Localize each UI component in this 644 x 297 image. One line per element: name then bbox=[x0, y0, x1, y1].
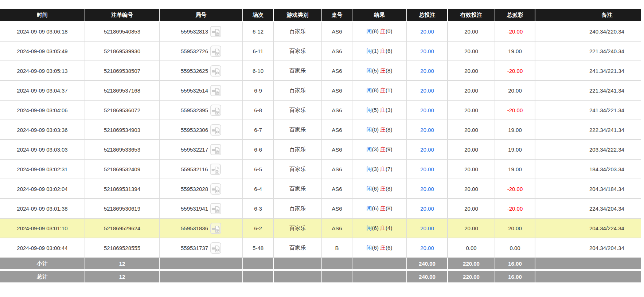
video-replay-button[interactable] bbox=[210, 242, 221, 254]
col-header-table-no: 桌号 bbox=[322, 9, 352, 22]
round-number: 559532217 bbox=[181, 146, 208, 153]
cell-session: 5-48 bbox=[243, 238, 273, 258]
banker-score: (8) bbox=[386, 185, 392, 192]
cell-result: 闲(8) 庄(1) bbox=[352, 81, 407, 100]
video-replay-button[interactable] bbox=[210, 26, 221, 37]
cell-session: 6-6 bbox=[243, 140, 273, 159]
cell-remark: 221.34/241.34 bbox=[535, 81, 641, 100]
cell-payout: 20.00 bbox=[495, 218, 535, 238]
cell-valid-bet: 20.00 bbox=[448, 218, 495, 238]
player-label: 闲 bbox=[367, 28, 372, 34]
records-table-viewport: 时间 注单编号 局号 场次 游戏类别 桌号 结果 总投注 有效投注 总派彩 备注… bbox=[0, 9, 641, 282]
cell-session: 6-12 bbox=[243, 22, 273, 41]
cell-time: 2024-09-09 03:02:31 bbox=[0, 159, 85, 179]
cell-session: 6-8 bbox=[243, 100, 273, 120]
video-replay-button[interactable] bbox=[210, 183, 221, 195]
video-replay-button[interactable] bbox=[210, 164, 221, 175]
total-empty-cell bbox=[535, 270, 641, 282]
banker-label: 庄 bbox=[380, 67, 386, 74]
cell-total-bet: 20.00 bbox=[407, 81, 448, 100]
round-number: 559532514 bbox=[181, 87, 208, 94]
cell-session: 6-7 bbox=[243, 120, 273, 140]
cell-bet-id: 521869532409 bbox=[85, 159, 159, 179]
cell-table-no: AS6 bbox=[322, 179, 352, 199]
cell-valid-bet: 20.00 bbox=[448, 100, 495, 120]
video-film-icon bbox=[212, 127, 220, 135]
cell-result: 闲(3) 庄(9) bbox=[352, 140, 407, 159]
col-header-game-type: 游戏类别 bbox=[273, 9, 322, 22]
subtotal-empty-cell bbox=[159, 258, 243, 270]
video-replay-button[interactable] bbox=[210, 85, 221, 96]
banker-score: (1) bbox=[386, 87, 392, 93]
player-score: (5) bbox=[372, 107, 379, 113]
table-row: 2024-09-09 03:03:03 521869533653 5595322… bbox=[0, 140, 641, 159]
banker-label: 庄 bbox=[380, 28, 386, 34]
player-score: (6) bbox=[372, 245, 379, 251]
banker-label: 庄 bbox=[380, 245, 386, 251]
cell-bet-id: 521869529624 bbox=[85, 218, 159, 238]
subtotal-payout: 16.00 bbox=[495, 258, 535, 270]
banker-label: 庄 bbox=[380, 107, 386, 113]
banker-label: 庄 bbox=[380, 87, 386, 93]
cell-payout: 20.00 bbox=[495, 81, 535, 100]
col-header-result: 结果 bbox=[352, 9, 407, 22]
cell-result: 闲(0) 庄(8) bbox=[352, 120, 407, 140]
col-header-round: 局号 bbox=[159, 9, 243, 22]
banker-label: 庄 bbox=[380, 166, 386, 172]
cell-bet-id: 521869540853 bbox=[85, 22, 159, 41]
player-label: 闲 bbox=[367, 225, 372, 231]
cell-session: 6-4 bbox=[243, 179, 273, 199]
player-score: (3) bbox=[372, 146, 379, 152]
cell-game-type: 百家乐 bbox=[273, 218, 322, 238]
subtotal-empty-cell bbox=[322, 258, 352, 270]
cell-table-no: AS6 bbox=[322, 218, 352, 238]
table-row: 2024-09-09 03:05:49 521869539930 5595327… bbox=[0, 41, 641, 61]
payout-value: -20.00 bbox=[507, 186, 523, 192]
player-label: 闲 bbox=[367, 67, 372, 74]
cell-game-type: 百家乐 bbox=[273, 199, 322, 218]
total-empty-cell bbox=[352, 270, 407, 282]
total-empty-cell bbox=[273, 270, 322, 282]
cell-table-no: AS6 bbox=[322, 120, 352, 140]
total-valid-bet: 220.00 bbox=[448, 270, 495, 282]
cell-session: 6-2 bbox=[243, 218, 273, 238]
table-header: 时间 注单编号 局号 场次 游戏类别 桌号 结果 总投注 有效投注 总派彩 备注 bbox=[0, 9, 641, 22]
video-replay-button[interactable] bbox=[210, 124, 221, 136]
cell-remark: 241.34/221.34 bbox=[535, 61, 641, 81]
video-replay-button[interactable] bbox=[210, 65, 221, 77]
subtotal-empty-cell bbox=[535, 258, 641, 270]
cell-session: 6-5 bbox=[243, 159, 273, 179]
video-replay-button[interactable] bbox=[210, 203, 221, 214]
video-film-icon bbox=[212, 186, 220, 194]
video-replay-button[interactable] bbox=[210, 223, 221, 234]
cell-round: 559532395 bbox=[159, 100, 243, 120]
cell-valid-bet: 20.00 bbox=[448, 199, 495, 218]
col-header-bet-id: 注单编号 bbox=[85, 9, 159, 22]
cell-game-type: 百家乐 bbox=[273, 140, 322, 159]
table-footer: 小计 12 240.00 220.00 16.00 总计 12 240.00 2… bbox=[0, 258, 641, 282]
cell-game-type: 百家乐 bbox=[273, 179, 322, 199]
video-replay-button[interactable] bbox=[210, 144, 221, 155]
cell-time: 2024-09-09 03:03:36 bbox=[0, 120, 85, 140]
subtotal-label: 小计 bbox=[0, 258, 85, 270]
cell-time: 2024-09-09 03:02:04 bbox=[0, 179, 85, 199]
cell-valid-bet: 20.00 bbox=[448, 22, 495, 41]
video-replay-button[interactable] bbox=[210, 105, 221, 116]
betting-records-table: 时间 注单编号 局号 场次 游戏类别 桌号 结果 总投注 有效投注 总派彩 备注… bbox=[0, 9, 641, 282]
cell-remark: 221.34/240.34 bbox=[535, 41, 641, 61]
cell-result: 闲(8) 庄(0) bbox=[352, 22, 407, 41]
cell-total-bet: 20.00 bbox=[407, 238, 448, 258]
player-score: (6) bbox=[372, 225, 379, 231]
video-replay-button[interactable] bbox=[210, 46, 221, 57]
player-label: 闲 bbox=[367, 205, 372, 211]
round-number: 559532813 bbox=[181, 28, 208, 35]
cell-result: 闲(6) 庄(6) bbox=[352, 238, 407, 258]
total-total-bet: 240.00 bbox=[407, 270, 448, 282]
cell-valid-bet: 20.00 bbox=[448, 120, 495, 140]
cell-round: 559532726 bbox=[159, 41, 243, 61]
cell-remark: 184.34/203.34 bbox=[535, 159, 641, 179]
subtotal-total-bet: 240.00 bbox=[407, 258, 448, 270]
round-number: 559531836 bbox=[181, 225, 208, 231]
cell-session: 6-11 bbox=[243, 41, 273, 61]
cell-result: 闲(6) 庄(8) bbox=[352, 199, 407, 218]
